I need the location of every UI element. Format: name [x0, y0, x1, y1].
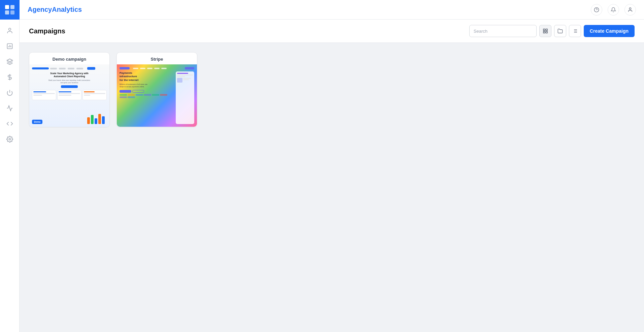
sidebar-item-settings[interactable] [3, 132, 17, 146]
page-title: Campaigns [29, 27, 65, 35]
svg-point-4 [8, 28, 11, 31]
svg-point-8 [9, 139, 10, 140]
svg-rect-13 [546, 29, 547, 31]
campaign-title-demo: Demo campaign [29, 53, 109, 64]
svg-rect-1 [10, 5, 14, 9]
header-actions [591, 4, 636, 16]
svg-rect-24 [95, 118, 97, 124]
svg-rect-2 [5, 10, 9, 14]
grid-content: Demo campaign [20, 43, 644, 332]
svg-rect-15 [546, 31, 547, 33]
sidebar-item-campaigns[interactable] [3, 55, 17, 69]
svg-rect-14 [543, 31, 545, 33]
list-view-button[interactable] [569, 25, 581, 37]
logo-part2: Analytics [52, 6, 82, 13]
help-button[interactable] [591, 4, 602, 16]
sidebar-item-integrations[interactable] [3, 86, 17, 100]
svg-rect-22 [87, 117, 90, 124]
svg-rect-12 [543, 29, 545, 31]
sidebar-nav [3, 20, 17, 332]
svg-rect-25 [98, 114, 101, 124]
campaign-preview-demo: Scale Your Marketing Agency withAutomate… [29, 64, 109, 127]
sidebar-logo[interactable] [0, 0, 20, 20]
svg-rect-23 [91, 115, 94, 124]
sidebar-item-users[interactable] [3, 24, 17, 38]
main-wrapper: AgencyAnalytics [20, 0, 644, 332]
campaign-card-demo[interactable]: Demo campaign [29, 52, 110, 127]
sidebar-item-reports[interactable] [3, 39, 17, 53]
top-header: AgencyAnalytics [20, 0, 644, 20]
campaigns-grid: Demo campaign [29, 52, 635, 127]
svg-rect-3 [10, 10, 14, 14]
folder-view-button[interactable] [554, 25, 566, 37]
sidebar [0, 0, 20, 332]
svg-point-11 [629, 8, 631, 9]
svg-rect-26 [102, 116, 105, 124]
header-logo: AgencyAnalytics [28, 6, 82, 13]
campaign-card-stripe[interactable]: Stripe [116, 52, 197, 127]
svg-rect-0 [5, 5, 9, 9]
campaign-title-stripe: Stripe [117, 53, 197, 64]
create-campaign-button[interactable]: Create Campaign [584, 25, 635, 37]
sidebar-item-analytics[interactable] [3, 101, 17, 115]
search-input[interactable] [469, 25, 537, 37]
sidebar-item-revenue[interactable] [3, 70, 17, 84]
page-header: Campaigns [20, 20, 644, 43]
notifications-button[interactable] [608, 4, 619, 16]
page-actions: Create Campaign [469, 25, 635, 37]
grid-view-button[interactable] [539, 25, 551, 37]
campaign-preview-stripe: Paymentsinfrastructurefor the internet M… [117, 64, 197, 127]
profile-button[interactable] [624, 4, 636, 16]
sidebar-item-code[interactable] [3, 117, 17, 131]
logo-part1: Agency [28, 6, 52, 13]
campaign-tag-demo: Demo [32, 120, 42, 124]
content-area: Campaigns [20, 20, 644, 332]
